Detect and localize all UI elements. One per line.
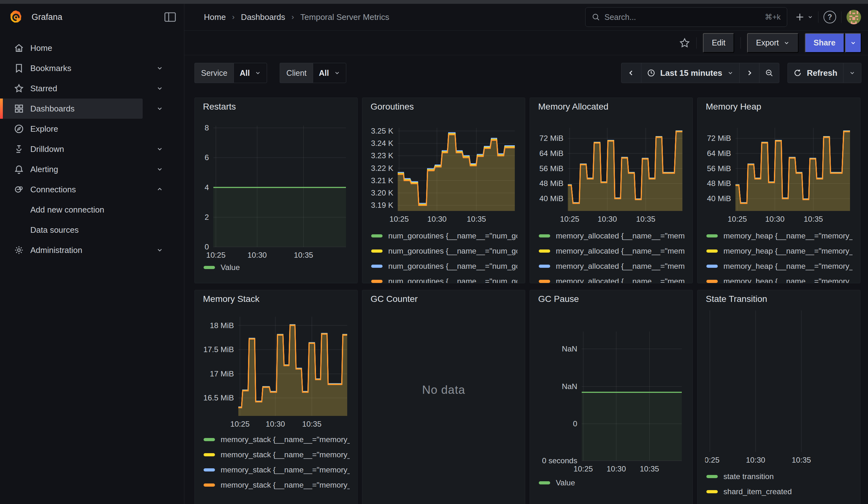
breadcrumb-separator: › xyxy=(292,13,294,21)
sidebar-item-dashboards[interactable]: Dashboards xyxy=(0,99,184,119)
panel-title-goroutines[interactable]: Goroutines xyxy=(370,98,517,116)
sidebar-nav: HomeBookmarksStarredDashboardsExploreDri… xyxy=(0,30,184,504)
edit-button[interactable]: Edit xyxy=(703,33,734,53)
sidebar-item-home[interactable]: Home xyxy=(0,38,184,58)
star-icon xyxy=(14,83,24,93)
svg-text:10:30: 10:30 xyxy=(598,215,617,223)
sidebar-item-explore[interactable]: Explore xyxy=(0,119,184,139)
panel-title-memory-allocated[interactable]: Memory Allocated xyxy=(538,98,685,116)
panel-title-restarts[interactable]: Restarts xyxy=(202,98,350,116)
legend-item[interactable]: num_goroutines {__name__="num_go xyxy=(370,244,517,259)
sidebar-item-starred[interactable]: Starred xyxy=(0,78,184,99)
panel-title-memory-heap[interactable]: Memory Heap xyxy=(705,98,852,116)
breadcrumb-dashboards[interactable]: Dashboards xyxy=(241,12,285,22)
refresh-group: Refresh xyxy=(787,63,861,83)
panel-title-memory-stack[interactable]: Memory Stack xyxy=(202,290,350,308)
time-range-picker[interactable]: Last 15 minutes xyxy=(641,63,740,83)
svg-text:3.23 K: 3.23 K xyxy=(371,151,393,160)
drilldown-icon xyxy=(14,144,24,154)
sidebar-item-label: Home xyxy=(30,43,52,53)
chevron-down-icon[interactable] xyxy=(156,85,163,92)
legend-item[interactable]: memory_allocated {__name__="memo xyxy=(538,228,685,244)
chevron-down-icon[interactable] xyxy=(156,146,163,153)
legend-item[interactable]: state transition xyxy=(705,469,852,484)
legend-item[interactable]: memory_stack {__name__="memory_s xyxy=(202,477,350,493)
legend-color-pill xyxy=(706,280,718,283)
panel-gc-counter: GC CounterNo data xyxy=(362,290,525,504)
service-filter-value[interactable]: All xyxy=(234,63,267,83)
svg-text:40 MiB: 40 MiB xyxy=(707,194,731,203)
time-shift-back-button[interactable] xyxy=(621,63,641,83)
svg-text:64 MiB: 64 MiB xyxy=(707,149,731,157)
legend-item[interactable]: memory_stack {__name__="memory_s xyxy=(202,462,350,477)
panel-title-gc-counter[interactable]: GC Counter xyxy=(370,290,517,308)
legend-item[interactable]: memory_allocated {__name__="memo xyxy=(538,244,685,259)
user-avatar[interactable] xyxy=(847,10,861,24)
home-icon xyxy=(14,43,24,53)
legend-color-pill xyxy=(706,475,718,478)
svg-text:0 seconds: 0 seconds xyxy=(542,456,577,465)
legend-label: memory_heap {__name__="memory_h xyxy=(723,277,852,283)
panel-memory-stack: Memory Stack16.5 MiB17 MiB17.5 MiB18 MiB… xyxy=(194,290,358,504)
panel-title-state-transition[interactable]: State Transition xyxy=(705,290,852,308)
legend-color-pill xyxy=(204,438,215,441)
legend-item[interactable]: num_goroutines {__name__="num_go xyxy=(370,228,517,244)
sidebar-item-label: Dashboards xyxy=(30,104,74,114)
sidebar-item-alerting[interactable]: Alerting xyxy=(0,159,184,179)
svg-text:10:25: 10:25 xyxy=(727,215,747,223)
chart-state-transition: 10:2510:3010:35 xyxy=(705,308,852,469)
legend-item[interactable]: Value xyxy=(538,475,685,491)
chevron-down-icon[interactable] xyxy=(156,65,163,72)
sidebar-item-data-sources[interactable]: Data sources xyxy=(0,220,184,240)
sidebar-item-add-new-connection[interactable]: Add new connection xyxy=(0,199,184,220)
legend-item[interactable]: memory_heap {__name__="memory_h xyxy=(705,274,852,283)
legend-item[interactable]: shard_item_created xyxy=(705,484,852,499)
chart-goroutines: 3.19 K3.20 K3.21 K3.22 K3.23 K3.24 K3.25… xyxy=(370,116,517,228)
legend-item[interactable]: memory_stack {__name__="memory_s xyxy=(202,447,350,462)
panel-goroutines: Goroutines3.19 K3.20 K3.21 K3.22 K3.23 K… xyxy=(362,97,525,283)
nav-icons: ? xyxy=(795,10,861,24)
nav-left-section: Grafana xyxy=(0,4,184,30)
time-shift-forward-button[interactable] xyxy=(739,63,759,83)
export-button[interactable]: Export xyxy=(747,33,798,53)
legend-color-pill xyxy=(204,266,215,269)
legend-label: num_goroutines {__name__="num_go xyxy=(388,262,517,271)
search-input[interactable]: Search... ⌘+k xyxy=(585,7,787,27)
chart-memory-allocated: 40 MiB48 MiB56 MiB64 MiB72 MiB10:2510:30… xyxy=(538,116,685,228)
client-filter-label: Client xyxy=(280,63,313,83)
legend-item[interactable]: memory_heap {__name__="memory_h xyxy=(705,244,852,259)
chevron-down-icon[interactable] xyxy=(156,247,163,254)
zoom-out-button[interactable] xyxy=(759,63,779,83)
refresh-button[interactable]: Refresh xyxy=(788,63,843,83)
legend-item[interactable]: memory_heap {__name__="memory_h xyxy=(705,259,852,274)
share-menu-button[interactable] xyxy=(845,33,861,53)
legend-color-pill xyxy=(706,265,718,268)
breadcrumb-home[interactable]: Home xyxy=(204,12,226,22)
chevron-down-icon[interactable] xyxy=(156,166,163,173)
sidebar-item-administration[interactable]: Administration xyxy=(0,240,184,260)
svg-text:3.19 K: 3.19 K xyxy=(371,201,393,209)
legend-item[interactable]: num_goroutines {__name__="num_go xyxy=(370,274,517,283)
panel-title-gc-pause[interactable]: GC Pause xyxy=(538,290,685,308)
refresh-interval-button[interactable] xyxy=(843,63,861,83)
legend-item[interactable]: memory_stack {__name__="memory_s xyxy=(202,432,350,447)
legend-item[interactable]: memory_allocated {__name__="memo xyxy=(538,274,685,283)
share-button[interactable]: Share xyxy=(805,33,844,53)
sidebar-item-connections[interactable]: Connections xyxy=(0,179,184,199)
sidebar-item-bookmarks[interactable]: Bookmarks xyxy=(0,58,184,78)
sidebar-toggle-icon[interactable] xyxy=(164,12,176,22)
legend-item[interactable]: memory_allocated {__name__="memo xyxy=(538,259,685,274)
chevron-up-icon[interactable] xyxy=(156,186,163,193)
help-button[interactable]: ? xyxy=(824,11,836,23)
add-menu-button[interactable] xyxy=(795,12,813,22)
legend-item[interactable]: num_goroutines {__name__="num_go xyxy=(370,259,517,274)
svg-text:17.5 MiB: 17.5 MiB xyxy=(203,345,234,354)
favorite-star-icon[interactable] xyxy=(679,38,690,48)
sidebar-item-drilldown[interactable]: Drilldown xyxy=(0,139,184,159)
legend-item[interactable]: memory_heap {__name__="memory_h xyxy=(705,228,852,244)
legend-item[interactable]: Value xyxy=(202,260,350,275)
panel-gc-pause: GC PauseNaNNaN00 seconds10:2510:3010:35V… xyxy=(530,290,693,504)
sidebar-item-label: Starred xyxy=(30,84,57,93)
chevron-down-icon[interactable] xyxy=(156,105,163,112)
client-filter-value[interactable]: All xyxy=(313,63,346,83)
